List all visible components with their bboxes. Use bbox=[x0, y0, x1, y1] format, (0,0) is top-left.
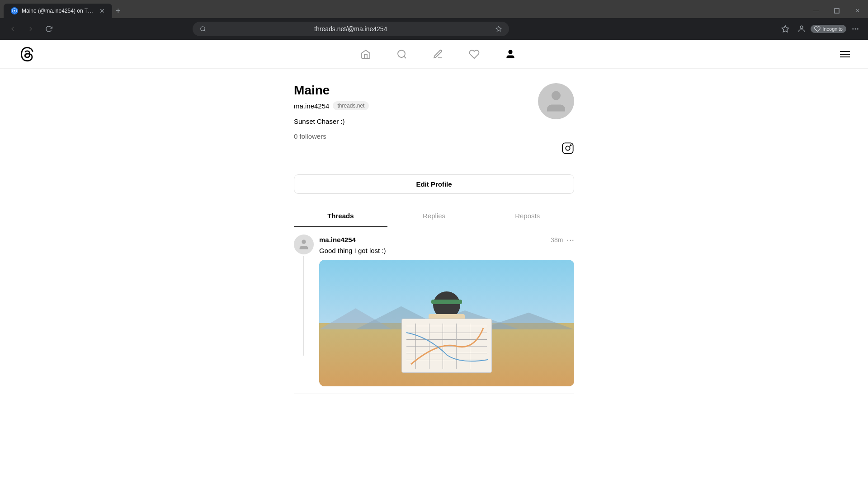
svg-point-6 bbox=[800, 26, 803, 28]
post-more-button[interactable]: ··· bbox=[566, 235, 574, 245]
tab-reposts[interactable]: Reposts bbox=[481, 205, 574, 227]
svg-marker-5 bbox=[782, 26, 789, 32]
profile-domain-badge: threads.net bbox=[333, 101, 369, 110]
address-bar[interactable]: threads.net/@ma.ine4254 bbox=[193, 22, 509, 36]
home-nav-icon[interactable] bbox=[359, 47, 373, 61]
edit-profile-button[interactable]: Edit Profile bbox=[294, 174, 574, 194]
close-button[interactable]: ✕ bbox=[847, 4, 868, 18]
tab-threads[interactable]: Threads bbox=[294, 205, 387, 227]
toolbar-icons: Incognito bbox=[778, 22, 863, 36]
svg-point-10 bbox=[398, 50, 405, 57]
profile-header: Maine ma.ine4254 threads.net Sunset Chas… bbox=[294, 83, 574, 156]
incognito-badge: Incognito bbox=[811, 25, 846, 33]
profile-nav-icon[interactable] bbox=[503, 47, 518, 61]
profile-username: ma.ine4254 bbox=[294, 102, 329, 110]
nav-icons bbox=[359, 47, 518, 61]
svg-point-16 bbox=[570, 145, 571, 145]
map-image-visual bbox=[319, 260, 574, 386]
tab-title: Maine (@ma.ine4254) on Threa… bbox=[22, 8, 96, 14]
threads-logo[interactable] bbox=[18, 45, 36, 63]
url-text: threads.net/@ma.ine4254 bbox=[210, 25, 492, 33]
svg-rect-1 bbox=[835, 9, 839, 13]
svg-point-9 bbox=[853, 28, 854, 29]
hamburger-menu[interactable] bbox=[840, 51, 850, 57]
profile-info: Maine ma.ine4254 threads.net Sunset Chas… bbox=[294, 83, 538, 141]
profile-name: Maine bbox=[294, 83, 538, 98]
post-image bbox=[319, 260, 574, 386]
back-button[interactable] bbox=[5, 22, 20, 36]
svg-point-2 bbox=[201, 27, 205, 31]
window-controls: — ✕ bbox=[806, 4, 868, 18]
thread-post: ma.ine4254 38m ··· Good thing I got lost… bbox=[294, 227, 574, 394]
profile-container: Maine ma.ine4254 threads.net Sunset Chas… bbox=[294, 83, 574, 488]
profile-username-row: ma.ine4254 threads.net bbox=[294, 101, 538, 110]
tab-favicon bbox=[11, 7, 18, 14]
post-meta: 38m ··· bbox=[551, 235, 574, 245]
instagram-link-icon[interactable] bbox=[561, 142, 574, 156]
new-tab-button[interactable]: + bbox=[116, 6, 121, 16]
forward-button[interactable] bbox=[24, 22, 38, 36]
profile-bio: Sunset Chaser :) bbox=[294, 117, 538, 125]
app-container: Maine ma.ine4254 threads.net Sunset Chas… bbox=[0, 40, 868, 488]
top-nav bbox=[0, 40, 868, 69]
maximize-button[interactable] bbox=[826, 4, 847, 18]
svg-point-7 bbox=[855, 28, 856, 29]
profile-followers: 0 followers bbox=[294, 132, 326, 140]
tab-bar: Maine (@ma.ine4254) on Threa… ✕ + — ✕ bbox=[0, 0, 868, 18]
bookmark-star-icon[interactable] bbox=[778, 22, 793, 36]
svg-marker-4 bbox=[496, 26, 501, 31]
compose-nav-icon[interactable] bbox=[431, 47, 445, 61]
post-text: Good thing I got lost :) bbox=[319, 247, 574, 254]
minimize-button[interactable]: — bbox=[806, 4, 826, 18]
post-username: ma.ine4254 bbox=[319, 236, 356, 244]
svg-line-11 bbox=[404, 56, 406, 58]
svg-point-15 bbox=[566, 146, 570, 150]
post-time: 38m bbox=[551, 236, 563, 244]
post-avatar bbox=[294, 235, 314, 254]
tab-replies[interactable]: Replies bbox=[387, 205, 481, 227]
svg-point-12 bbox=[509, 50, 512, 54]
browser-toolbar: threads.net/@ma.ine4254 Incognito bbox=[0, 18, 868, 40]
post-header: ma.ine4254 38m ··· bbox=[319, 235, 574, 245]
profile-right bbox=[538, 83, 574, 156]
svg-point-8 bbox=[858, 28, 859, 29]
reload-button[interactable] bbox=[42, 22, 56, 36]
profile-tabs: Threads Replies Reposts bbox=[294, 205, 574, 227]
tab-close-button[interactable]: ✕ bbox=[99, 7, 105, 14]
incognito-label: Incognito bbox=[822, 26, 843, 32]
svg-rect-14 bbox=[562, 143, 573, 153]
search-nav-icon[interactable] bbox=[395, 47, 409, 61]
heart-nav-icon[interactable] bbox=[467, 47, 481, 61]
post-avatar-col bbox=[294, 235, 314, 386]
menu-icon[interactable] bbox=[848, 22, 863, 36]
main-content: Maine ma.ine4254 threads.net Sunset Chas… bbox=[0, 69, 868, 488]
profile-icon[interactable] bbox=[794, 22, 809, 36]
post-content: ma.ine4254 38m ··· Good thing I got lost… bbox=[319, 235, 574, 386]
active-tab[interactable]: Maine (@ma.ine4254) on Threa… ✕ bbox=[4, 4, 112, 18]
svg-line-3 bbox=[204, 30, 205, 32]
avatar bbox=[538, 83, 574, 119]
svg-point-17 bbox=[302, 240, 306, 244]
thread-connector bbox=[303, 256, 304, 356]
browser-chrome: Maine (@ma.ine4254) on Threa… ✕ + — ✕ th… bbox=[0, 0, 868, 40]
svg-point-13 bbox=[552, 91, 561, 100]
